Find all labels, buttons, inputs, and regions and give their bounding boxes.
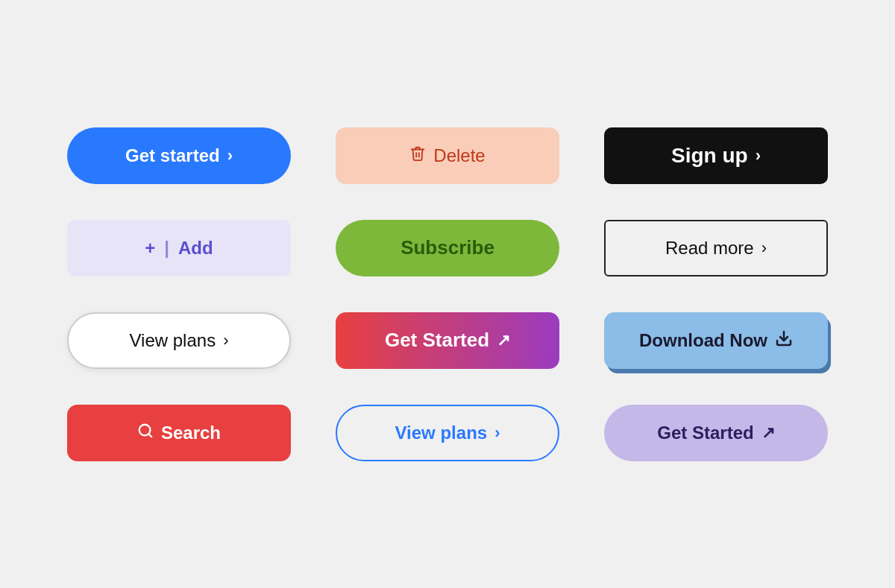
trash-icon (409, 145, 426, 166)
button-grid: Get started › Delete Sign up › + | Add S… (37, 98, 858, 491)
plus-icon: + (145, 238, 155, 259)
subscribe-label: Subscribe (401, 236, 494, 259)
external-link-icon: ↗ (761, 423, 775, 443)
get-started-gradient-button[interactable]: Get Started ↗ (336, 312, 559, 369)
view-plans-outline-button[interactable]: View plans › (67, 312, 291, 369)
search-button[interactable]: Search (67, 405, 291, 461)
chevron-right-icon: › (756, 146, 761, 165)
get-started-button[interactable]: Get started › (67, 127, 291, 184)
sign-up-label: Sign up (671, 144, 748, 168)
delete-label: Delete (433, 145, 485, 166)
download-now-label: Download Now (639, 330, 767, 351)
get-started-purple-button[interactable]: Get Started ↗ (604, 405, 828, 461)
read-more-button[interactable]: Read more › (604, 220, 828, 276)
view-plans-label: View plans (130, 330, 216, 351)
read-more-label: Read more (665, 238, 754, 259)
chevron-right-icon: › (494, 423, 500, 443)
get-started-gradient-label: Get Started (385, 329, 489, 352)
search-label: Search (161, 423, 221, 443)
chevron-right-icon: › (761, 238, 767, 258)
chevron-right-icon: › (223, 331, 228, 350)
get-started-label: Get started (125, 145, 220, 166)
chevron-right-icon: › (227, 146, 233, 165)
svg-line-2 (148, 434, 151, 437)
view-plans-blue-label: View plans (395, 423, 488, 443)
add-label: Add (178, 238, 213, 259)
subscribe-button[interactable]: Subscribe (336, 220, 559, 276)
delete-button[interactable]: Delete (336, 127, 559, 184)
sign-up-button[interactable]: Sign up › (604, 127, 828, 184)
divider: | (164, 238, 169, 259)
download-icon (775, 329, 793, 352)
download-now-button[interactable]: Download Now (604, 312, 828, 369)
search-icon (137, 423, 154, 443)
add-button[interactable]: + | Add (67, 220, 291, 276)
external-link-icon: ↗ (497, 331, 510, 350)
view-plans-blue-button[interactable]: View plans › (336, 405, 559, 461)
get-started-purple-label: Get Started (657, 423, 753, 443)
